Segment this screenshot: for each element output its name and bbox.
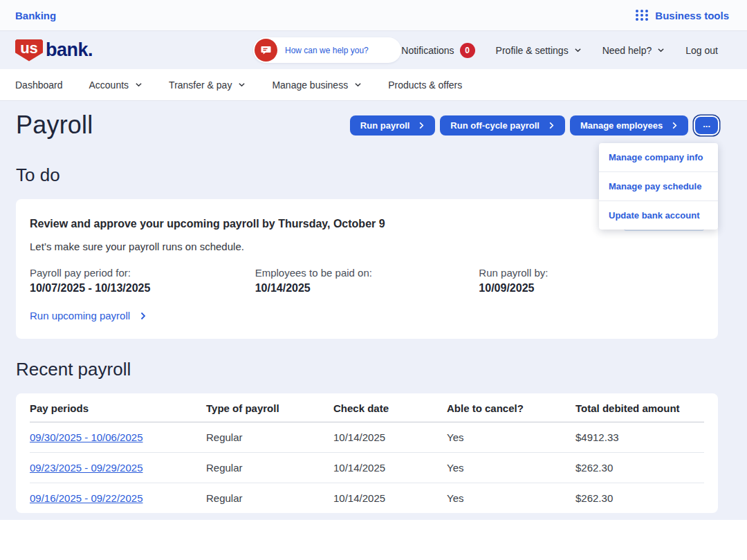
table-row: 09/16/2025 - 09/22/2025 Regular 10/14/20… [30, 483, 704, 513]
col-type: Type of payroll [206, 393, 333, 422]
banking-link[interactable]: Banking [15, 10, 56, 21]
col-amount: Total debited amount [575, 393, 704, 422]
chevron-down-icon [135, 81, 142, 88]
run-off-cycle-payroll-button[interactable]: Run off-cycle payroll [440, 115, 565, 136]
more-actions-button[interactable]: ... [695, 117, 718, 134]
todo-fields: Payroll pay period for: 10/07/2025 - 10/… [30, 267, 704, 295]
business-tools-link[interactable]: Business tools [636, 10, 729, 21]
type-cell: Regular [206, 453, 333, 483]
usbank-logo[interactable]: us bank. [15, 39, 93, 62]
check-date-cell: 10/14/2025 [333, 453, 447, 483]
profile-settings-menu[interactable]: Profile & settings [496, 45, 582, 56]
pay-period-link[interactable]: 09/30/2025 - 10/06/2025 [30, 431, 142, 443]
apps-grid-icon [636, 10, 649, 21]
pay-period-link[interactable]: 09/16/2025 - 09/22/2025 [30, 492, 142, 504]
col-cancel: Able to cancel? [447, 393, 575, 422]
table-row: 09/23/2025 - 09/29/2025 Regular 10/14/20… [30, 453, 704, 483]
header-right-group: Notifications 0 Profile & settings Need … [401, 43, 718, 58]
paid-on-field: Employees to be paid on: 10/14/2025 [255, 267, 479, 295]
need-help-label: Need help? [602, 45, 652, 56]
top-utility-bar: Banking Business tools [0, 0, 747, 31]
help-search-bar[interactable]: How can we help you? [253, 37, 401, 63]
brand-header: us bank. How can we help you? Notificati… [0, 31, 747, 69]
chevron-right-icon [671, 122, 678, 129]
type-cell: Regular [206, 422, 333, 452]
recent-payroll-heading: Recent payroll [16, 359, 718, 380]
manage-employees-button[interactable]: Manage employees [570, 115, 688, 136]
cancel-cell: Yes [447, 453, 575, 483]
usbank-shield-icon: us [15, 39, 43, 62]
type-cell: Regular [206, 483, 333, 513]
pay-period-field: Payroll pay period for: 10/07/2025 - 10/… [30, 267, 255, 295]
recent-payroll-table: Pay periods Type of payroll Check date A… [16, 393, 718, 513]
chevron-right-icon [139, 312, 147, 320]
log-out-label: Log out [685, 45, 718, 56]
amount-cell: $262.30 [575, 483, 704, 513]
nav-item-transfer-pay[interactable]: Transfer & pay [169, 80, 246, 91]
pay-period-link[interactable]: 09/23/2025 - 09/29/2025 [30, 462, 142, 474]
usbank-wordmark: bank. [46, 39, 93, 61]
profile-settings-label: Profile & settings [496, 45, 569, 56]
chevron-down-icon [657, 46, 665, 54]
notifications-link[interactable]: Notifications 0 [401, 43, 474, 58]
page-title: Payroll [16, 111, 93, 140]
col-check-date: Check date [333, 393, 447, 422]
menu-item-manage-company-info[interactable]: Manage company info [599, 143, 718, 172]
payroll-actions: Run payroll Run off-cycle payroll Manage… [350, 115, 718, 136]
check-date-cell: 10/14/2025 [333, 422, 447, 452]
table-row: 09/30/2025 - 10/06/2025 Regular 10/14/20… [30, 422, 704, 453]
nav-item-products-offers[interactable]: Products & offers [388, 80, 462, 91]
check-date-cell: 10/14/2025 [333, 483, 447, 513]
cancel-cell: Yes [447, 422, 575, 452]
chevron-down-icon [574, 46, 582, 54]
chat-bubble-icon [255, 39, 277, 62]
run-payroll-button[interactable]: Run payroll [350, 115, 436, 136]
log-out-link[interactable]: Log out [685, 45, 718, 56]
primary-nav: Dashboard Accounts Transfer & pay Manage… [0, 69, 747, 101]
chevron-down-icon [354, 81, 362, 88]
notifications-count-badge: 0 [460, 43, 475, 58]
amount-cell: $4912.33 [575, 422, 704, 452]
nav-item-dashboard[interactable]: Dashboard [15, 80, 63, 91]
table-header-row: Pay periods Type of payroll Check date A… [30, 393, 704, 422]
run-upcoming-payroll-link[interactable]: Run upcoming payroll [30, 310, 147, 321]
amount-cell: $262.30 [575, 453, 704, 483]
notifications-label: Notifications [401, 45, 454, 56]
more-actions-menu: Manage company info Manage pay schedule … [599, 143, 718, 230]
chevron-down-icon [238, 81, 246, 88]
todo-card-subtitle: Let’s make sure your payroll runs on sch… [30, 241, 704, 252]
chevron-right-icon [548, 122, 555, 129]
menu-item-update-bank-account[interactable]: Update bank account [599, 201, 718, 230]
business-tools-label: Business tools [655, 10, 729, 21]
nav-item-manage-business[interactable]: Manage business [272, 80, 362, 91]
help-search-placeholder: How can we help you? [285, 46, 369, 55]
menu-item-manage-pay-schedule[interactable]: Manage pay schedule [599, 172, 718, 201]
page-title-row: Payroll Run payroll Run off-cycle payrol… [16, 111, 718, 140]
col-pay-periods: Pay periods [30, 393, 206, 422]
nav-item-accounts[interactable]: Accounts [89, 80, 143, 91]
need-help-menu[interactable]: Need help? [602, 45, 665, 56]
cancel-cell: Yes [447, 483, 575, 513]
chevron-right-icon [418, 122, 425, 129]
run-by-field: Run payroll by: 10/09/2025 [479, 267, 704, 295]
main-content: Payroll Run payroll Run off-cycle payrol… [0, 101, 747, 520]
